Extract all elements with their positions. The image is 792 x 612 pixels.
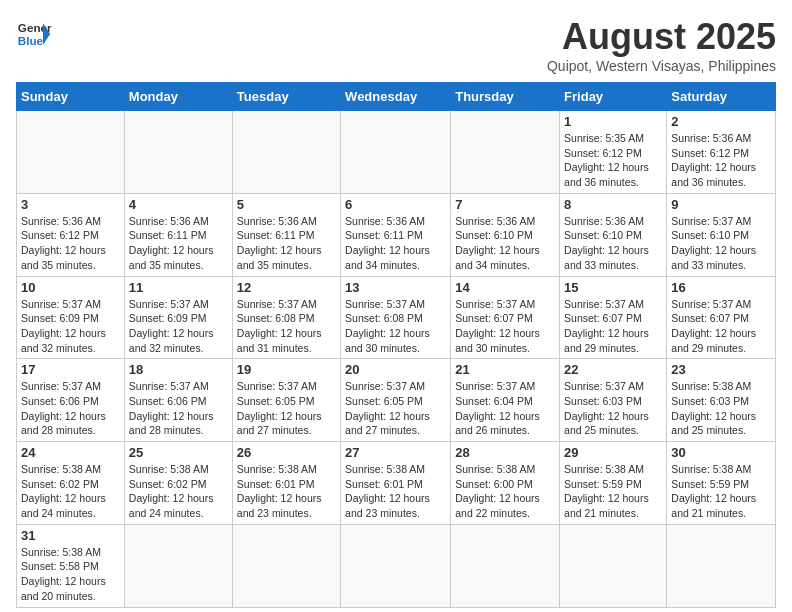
week-row-0: 1Sunrise: 5:35 AMSunset: 6:12 PMDaylight… — [17, 111, 776, 194]
day-cell: 15Sunrise: 5:37 AMSunset: 6:07 PMDayligh… — [560, 276, 667, 359]
day-number: 11 — [129, 280, 228, 295]
day-info: Sunrise: 5:36 AMSunset: 6:10 PMDaylight:… — [455, 214, 555, 273]
day-number: 30 — [671, 445, 771, 460]
day-cell — [17, 111, 125, 194]
day-cell: 23Sunrise: 5:38 AMSunset: 6:03 PMDayligh… — [667, 359, 776, 442]
day-cell: 20Sunrise: 5:37 AMSunset: 6:05 PMDayligh… — [341, 359, 451, 442]
day-info: Sunrise: 5:37 AMSunset: 6:08 PMDaylight:… — [345, 297, 446, 356]
day-cell: 14Sunrise: 5:37 AMSunset: 6:07 PMDayligh… — [451, 276, 560, 359]
day-cell: 8Sunrise: 5:36 AMSunset: 6:10 PMDaylight… — [560, 193, 667, 276]
day-info: Sunrise: 5:36 AMSunset: 6:10 PMDaylight:… — [564, 214, 662, 273]
day-info: Sunrise: 5:38 AMSunset: 5:59 PMDaylight:… — [671, 462, 771, 521]
day-number: 17 — [21, 362, 120, 377]
day-number: 4 — [129, 197, 228, 212]
day-number: 19 — [237, 362, 336, 377]
day-cell: 17Sunrise: 5:37 AMSunset: 6:06 PMDayligh… — [17, 359, 125, 442]
day-cell: 12Sunrise: 5:37 AMSunset: 6:08 PMDayligh… — [232, 276, 340, 359]
day-number: 3 — [21, 197, 120, 212]
page-title: August 2025 — [547, 16, 776, 58]
day-number: 25 — [129, 445, 228, 460]
day-cell: 16Sunrise: 5:37 AMSunset: 6:07 PMDayligh… — [667, 276, 776, 359]
day-cell: 19Sunrise: 5:37 AMSunset: 6:05 PMDayligh… — [232, 359, 340, 442]
day-info: Sunrise: 5:38 AMSunset: 5:58 PMDaylight:… — [21, 545, 120, 604]
header-cell-sunday: Sunday — [17, 83, 125, 111]
day-info: Sunrise: 5:35 AMSunset: 6:12 PMDaylight:… — [564, 131, 662, 190]
day-cell: 27Sunrise: 5:38 AMSunset: 6:01 PMDayligh… — [341, 442, 451, 525]
day-info: Sunrise: 5:38 AMSunset: 6:03 PMDaylight:… — [671, 379, 771, 438]
day-cell: 24Sunrise: 5:38 AMSunset: 6:02 PMDayligh… — [17, 442, 125, 525]
day-info: Sunrise: 5:37 AMSunset: 6:05 PMDaylight:… — [237, 379, 336, 438]
day-cell: 18Sunrise: 5:37 AMSunset: 6:06 PMDayligh… — [124, 359, 232, 442]
day-number: 15 — [564, 280, 662, 295]
day-cell: 11Sunrise: 5:37 AMSunset: 6:09 PMDayligh… — [124, 276, 232, 359]
day-cell: 5Sunrise: 5:36 AMSunset: 6:11 PMDaylight… — [232, 193, 340, 276]
day-info: Sunrise: 5:36 AMSunset: 6:11 PMDaylight:… — [129, 214, 228, 273]
day-number: 16 — [671, 280, 771, 295]
logo: General Blue — [16, 16, 52, 52]
day-info: Sunrise: 5:38 AMSunset: 6:01 PMDaylight:… — [237, 462, 336, 521]
day-info: Sunrise: 5:37 AMSunset: 6:06 PMDaylight:… — [129, 379, 228, 438]
day-cell: 10Sunrise: 5:37 AMSunset: 6:09 PMDayligh… — [17, 276, 125, 359]
day-cell: 2Sunrise: 5:36 AMSunset: 6:12 PMDaylight… — [667, 111, 776, 194]
day-cell — [232, 111, 340, 194]
day-number: 31 — [21, 528, 120, 543]
day-cell: 21Sunrise: 5:37 AMSunset: 6:04 PMDayligh… — [451, 359, 560, 442]
day-number: 12 — [237, 280, 336, 295]
day-number: 9 — [671, 197, 771, 212]
day-cell: 6Sunrise: 5:36 AMSunset: 6:11 PMDaylight… — [341, 193, 451, 276]
day-info: Sunrise: 5:37 AMSunset: 6:07 PMDaylight:… — [564, 297, 662, 356]
day-number: 13 — [345, 280, 446, 295]
day-cell — [341, 524, 451, 607]
day-info: Sunrise: 5:37 AMSunset: 6:08 PMDaylight:… — [237, 297, 336, 356]
week-row-1: 3Sunrise: 5:36 AMSunset: 6:12 PMDaylight… — [17, 193, 776, 276]
day-number: 22 — [564, 362, 662, 377]
day-number: 5 — [237, 197, 336, 212]
day-number: 10 — [21, 280, 120, 295]
week-row-4: 24Sunrise: 5:38 AMSunset: 6:02 PMDayligh… — [17, 442, 776, 525]
day-info: Sunrise: 5:38 AMSunset: 5:59 PMDaylight:… — [564, 462, 662, 521]
svg-text:Blue: Blue — [18, 34, 44, 47]
calendar-body: 1Sunrise: 5:35 AMSunset: 6:12 PMDaylight… — [17, 111, 776, 608]
day-info: Sunrise: 5:37 AMSunset: 6:07 PMDaylight:… — [455, 297, 555, 356]
day-info: Sunrise: 5:36 AMSunset: 6:11 PMDaylight:… — [345, 214, 446, 273]
day-cell — [451, 111, 560, 194]
title-area: August 2025 Quipot, Western Visayas, Phi… — [547, 16, 776, 74]
day-cell — [124, 524, 232, 607]
day-cell — [560, 524, 667, 607]
day-info: Sunrise: 5:38 AMSunset: 6:01 PMDaylight:… — [345, 462, 446, 521]
day-cell — [124, 111, 232, 194]
day-number: 14 — [455, 280, 555, 295]
day-number: 18 — [129, 362, 228, 377]
day-info: Sunrise: 5:37 AMSunset: 6:09 PMDaylight:… — [129, 297, 228, 356]
day-info: Sunrise: 5:37 AMSunset: 6:07 PMDaylight:… — [671, 297, 771, 356]
day-number: 26 — [237, 445, 336, 460]
day-number: 21 — [455, 362, 555, 377]
day-cell: 3Sunrise: 5:36 AMSunset: 6:12 PMDaylight… — [17, 193, 125, 276]
day-number: 27 — [345, 445, 446, 460]
day-info: Sunrise: 5:37 AMSunset: 6:06 PMDaylight:… — [21, 379, 120, 438]
day-number: 1 — [564, 114, 662, 129]
day-cell: 31Sunrise: 5:38 AMSunset: 5:58 PMDayligh… — [17, 524, 125, 607]
day-number: 23 — [671, 362, 771, 377]
day-cell: 29Sunrise: 5:38 AMSunset: 5:59 PMDayligh… — [560, 442, 667, 525]
calendar-header: SundayMondayTuesdayWednesdayThursdayFrid… — [17, 83, 776, 111]
week-row-5: 31Sunrise: 5:38 AMSunset: 5:58 PMDayligh… — [17, 524, 776, 607]
header-cell-thursday: Thursday — [451, 83, 560, 111]
day-number: 2 — [671, 114, 771, 129]
day-info: Sunrise: 5:38 AMSunset: 6:02 PMDaylight:… — [129, 462, 228, 521]
day-cell: 30Sunrise: 5:38 AMSunset: 5:59 PMDayligh… — [667, 442, 776, 525]
day-cell: 1Sunrise: 5:35 AMSunset: 6:12 PMDaylight… — [560, 111, 667, 194]
day-info: Sunrise: 5:36 AMSunset: 6:11 PMDaylight:… — [237, 214, 336, 273]
day-cell: 13Sunrise: 5:37 AMSunset: 6:08 PMDayligh… — [341, 276, 451, 359]
day-cell — [667, 524, 776, 607]
page-subtitle: Quipot, Western Visayas, Philippines — [547, 58, 776, 74]
day-info: Sunrise: 5:37 AMSunset: 6:05 PMDaylight:… — [345, 379, 446, 438]
header-cell-saturday: Saturday — [667, 83, 776, 111]
day-info: Sunrise: 5:37 AMSunset: 6:10 PMDaylight:… — [671, 214, 771, 273]
day-cell — [341, 111, 451, 194]
week-row-3: 17Sunrise: 5:37 AMSunset: 6:06 PMDayligh… — [17, 359, 776, 442]
header-cell-monday: Monday — [124, 83, 232, 111]
day-info: Sunrise: 5:36 AMSunset: 6:12 PMDaylight:… — [671, 131, 771, 190]
header-cell-friday: Friday — [560, 83, 667, 111]
day-number: 8 — [564, 197, 662, 212]
